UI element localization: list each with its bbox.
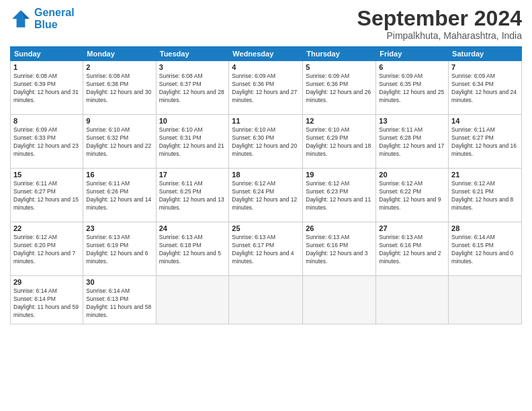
sunrise-label: Sunrise: 6:12 AM xyxy=(306,180,349,187)
calendar-cell: 28 Sunrise: 6:14 AM Sunset: 6:15 PM Dayl… xyxy=(449,222,522,276)
day-info: Sunrise: 6:11 AM Sunset: 6:27 PM Dayligh… xyxy=(451,126,519,158)
sunrise-label: Sunrise: 6:12 AM xyxy=(379,180,423,187)
calendar-cell: 12 Sunrise: 6:10 AM Sunset: 6:29 PM Dayl… xyxy=(303,115,376,169)
calendar-cell: 25 Sunrise: 6:13 AM Sunset: 6:17 PM Dayl… xyxy=(229,222,303,276)
sunrise-label: Sunrise: 6:14 AM xyxy=(451,234,495,240)
calendar-cell xyxy=(449,276,522,324)
sunrise-label: Sunrise: 6:09 AM xyxy=(451,73,495,79)
calendar-cell: 24 Sunrise: 6:13 AM Sunset: 6:18 PM Dayl… xyxy=(156,222,229,276)
logo-icon xyxy=(10,8,32,30)
day-info: Sunrise: 6:12 AM Sunset: 6:24 PM Dayligh… xyxy=(232,180,300,212)
day-info: Sunrise: 6:09 AM Sunset: 6:34 PM Dayligh… xyxy=(451,73,519,105)
day-info: Sunrise: 6:10 AM Sunset: 6:29 PM Dayligh… xyxy=(306,126,373,158)
day-info: Sunrise: 6:08 AM Sunset: 6:38 PM Dayligh… xyxy=(86,73,152,105)
col-friday: Friday xyxy=(376,47,449,61)
sunrise-label: Sunrise: 6:11 AM xyxy=(451,126,495,133)
calendar-cell: 10 Sunrise: 6:10 AM Sunset: 6:31 PM Dayl… xyxy=(156,115,229,169)
sunrise-label: Sunrise: 6:09 AM xyxy=(379,73,423,79)
calendar-cell: 11 Sunrise: 6:10 AM Sunset: 6:30 PM Dayl… xyxy=(229,115,303,169)
day-number: 19 xyxy=(306,171,373,179)
sunset-label: Sunset: 6:16 PM xyxy=(379,242,421,248)
calendar-cell: 22 Sunrise: 6:12 AM Sunset: 6:20 PM Dayl… xyxy=(11,222,83,276)
day-number: 16 xyxy=(86,171,152,179)
sunrise-label: Sunrise: 6:13 AM xyxy=(306,234,349,240)
daylight-label: Daylight: 12 hours and 24 minutes. xyxy=(451,89,517,103)
sunset-label: Sunset: 6:21 PM xyxy=(451,188,494,195)
day-info: Sunrise: 6:09 AM Sunset: 6:36 PM Dayligh… xyxy=(232,73,300,105)
calendar-cell: 26 Sunrise: 6:13 AM Sunset: 6:16 PM Dayl… xyxy=(303,222,376,276)
sunset-label: Sunset: 6:37 PM xyxy=(159,81,202,87)
day-number: 2 xyxy=(86,63,152,71)
sunrise-label: Sunrise: 6:13 AM xyxy=(379,234,423,240)
day-info: Sunrise: 6:11 AM Sunset: 6:25 PM Dayligh… xyxy=(159,180,226,212)
daylight-label: Daylight: 12 hours and 12 minutes. xyxy=(232,196,297,211)
day-info: Sunrise: 6:10 AM Sunset: 6:32 PM Dayligh… xyxy=(86,126,152,158)
daylight-label: Daylight: 12 hours and 3 minutes. xyxy=(306,250,367,265)
col-monday: Monday xyxy=(83,47,156,61)
calendar-week-row: 1 Sunrise: 6:08 AM Sunset: 6:39 PM Dayli… xyxy=(11,61,522,115)
sunset-label: Sunset: 6:32 PM xyxy=(86,134,128,141)
daylight-label: Daylight: 12 hours and 23 minutes. xyxy=(13,142,79,157)
day-number: 24 xyxy=(159,224,226,232)
sunset-label: Sunset: 6:13 PM xyxy=(86,295,128,302)
sunset-label: Sunset: 6:20 PM xyxy=(13,242,56,248)
header: General Blue September 2024 Pimpalkhuta,… xyxy=(10,7,522,41)
day-number: 17 xyxy=(159,171,226,179)
day-info: Sunrise: 6:08 AM Sunset: 6:39 PM Dayligh… xyxy=(13,73,80,105)
day-number: 1 xyxy=(13,63,80,71)
calendar-cell: 20 Sunrise: 6:12 AM Sunset: 6:22 PM Dayl… xyxy=(376,169,449,222)
day-info: Sunrise: 6:12 AM Sunset: 6:22 PM Dayligh… xyxy=(379,180,445,212)
sunrise-label: Sunrise: 6:08 AM xyxy=(159,73,203,79)
day-number: 3 xyxy=(159,63,226,71)
day-number: 13 xyxy=(379,117,445,125)
sunset-label: Sunset: 6:28 PM xyxy=(379,134,421,141)
col-thursday: Thursday xyxy=(303,47,376,61)
calendar-cell: 5 Sunrise: 6:09 AM Sunset: 6:36 PM Dayli… xyxy=(303,61,376,115)
day-info: Sunrise: 6:11 AM Sunset: 6:27 PM Dayligh… xyxy=(13,180,80,212)
day-info: Sunrise: 6:14 AM Sunset: 6:15 PM Dayligh… xyxy=(451,234,519,266)
sunset-label: Sunset: 6:38 PM xyxy=(86,81,128,87)
daylight-label: Daylight: 12 hours and 0 minutes. xyxy=(451,250,513,265)
daylight-label: Daylight: 12 hours and 25 minutes. xyxy=(379,89,444,103)
day-number: 22 xyxy=(13,224,80,232)
sunrise-label: Sunrise: 6:12 AM xyxy=(13,234,57,240)
calendar-cell: 2 Sunrise: 6:08 AM Sunset: 6:38 PM Dayli… xyxy=(83,61,156,115)
daylight-label: Daylight: 12 hours and 4 minutes. xyxy=(232,250,294,265)
day-number: 10 xyxy=(159,117,226,125)
daylight-label: Daylight: 12 hours and 27 minutes. xyxy=(232,89,297,103)
calendar-week-row: 15 Sunrise: 6:11 AM Sunset: 6:27 PM Dayl… xyxy=(11,169,522,222)
sunset-label: Sunset: 6:31 PM xyxy=(159,134,202,141)
day-info: Sunrise: 6:12 AM Sunset: 6:23 PM Dayligh… xyxy=(306,180,373,212)
day-number: 9 xyxy=(86,117,152,125)
sunset-label: Sunset: 6:36 PM xyxy=(306,81,348,87)
calendar-cell: 18 Sunrise: 6:12 AM Sunset: 6:24 PM Dayl… xyxy=(229,169,303,222)
calendar-cell: 14 Sunrise: 6:11 AM Sunset: 6:27 PM Dayl… xyxy=(449,115,522,169)
sunset-label: Sunset: 6:27 PM xyxy=(451,134,494,141)
calendar-week-row: 22 Sunrise: 6:12 AM Sunset: 6:20 PM Dayl… xyxy=(11,222,522,276)
sunset-label: Sunset: 6:26 PM xyxy=(86,188,128,195)
calendar-cell: 19 Sunrise: 6:12 AM Sunset: 6:23 PM Dayl… xyxy=(303,169,376,222)
day-info: Sunrise: 6:11 AM Sunset: 6:26 PM Dayligh… xyxy=(86,180,152,212)
daylight-label: Daylight: 12 hours and 9 minutes. xyxy=(379,196,441,211)
day-number: 5 xyxy=(306,63,373,71)
day-info: Sunrise: 6:14 AM Sunset: 6:14 PM Dayligh… xyxy=(13,287,80,320)
title-section: September 2024 Pimpalkhuta, Maharashtra,… xyxy=(357,7,522,41)
location: Pimpalkhuta, Maharashtra, India xyxy=(357,30,522,41)
daylight-label: Daylight: 12 hours and 17 minutes. xyxy=(379,142,444,157)
sunset-label: Sunset: 6:16 PM xyxy=(306,242,348,248)
sunset-label: Sunset: 6:19 PM xyxy=(86,242,128,248)
day-number: 8 xyxy=(13,117,80,125)
day-number: 14 xyxy=(451,117,519,125)
col-wednesday: Wednesday xyxy=(229,47,303,61)
col-tuesday: Tuesday xyxy=(156,47,229,61)
day-number: 20 xyxy=(379,171,445,179)
month-title: September 2024 xyxy=(357,7,522,30)
calendar-header-row: Sunday Monday Tuesday Wednesday Thursday… xyxy=(11,47,522,61)
calendar-cell: 30 Sunrise: 6:14 AM Sunset: 6:13 PM Dayl… xyxy=(83,276,156,324)
daylight-label: Daylight: 11 hours and 59 minutes. xyxy=(13,304,79,318)
day-info: Sunrise: 6:11 AM Sunset: 6:28 PM Dayligh… xyxy=(379,126,445,158)
calendar-cell: 13 Sunrise: 6:11 AM Sunset: 6:28 PM Dayl… xyxy=(376,115,449,169)
calendar-cell: 7 Sunrise: 6:09 AM Sunset: 6:34 PM Dayli… xyxy=(449,61,522,115)
sunrise-label: Sunrise: 6:10 AM xyxy=(232,126,275,133)
calendar-cell: 8 Sunrise: 6:09 AM Sunset: 6:33 PM Dayli… xyxy=(11,115,83,169)
